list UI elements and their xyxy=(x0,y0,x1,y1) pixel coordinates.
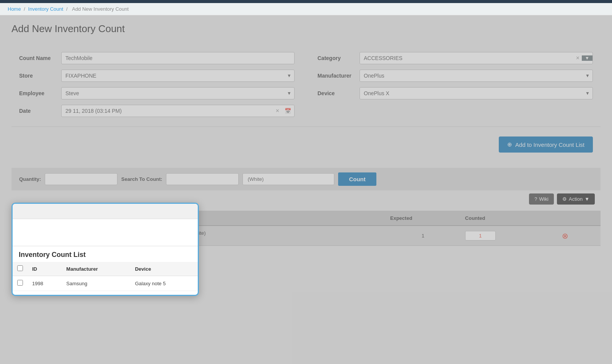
col-remove xyxy=(556,211,601,226)
date-row: Date × 📅 xyxy=(19,105,295,117)
plus-circle-icon: ⊕ xyxy=(507,141,512,148)
count-name-input[interactable] xyxy=(61,52,295,64)
dropdown-select-all[interactable] xyxy=(17,265,23,271)
dropdown-header-bar xyxy=(13,204,198,219)
row-counted-cell xyxy=(461,226,556,246)
search-to-count-input[interactable] xyxy=(166,173,239,185)
action-caret-icon: ▼ xyxy=(584,196,589,202)
dropdown-col-id: ID xyxy=(28,262,62,276)
breadcrumb-inventory-count[interactable]: Inventory Count xyxy=(28,6,63,12)
device-select-wrapper: OnePlus X ▼ xyxy=(360,87,593,99)
employee-select[interactable]: Steve xyxy=(61,87,295,99)
date-input-wrapper: × 📅 xyxy=(61,105,295,117)
breadcrumb: Home / Inventory Count / Add New Invento… xyxy=(0,3,612,15)
dropdown-col-device: Device xyxy=(130,262,198,276)
count-name-label: Count Name xyxy=(19,55,57,61)
top-nav-bar xyxy=(0,0,612,3)
category-caret-icon[interactable]: ▼ xyxy=(582,55,592,61)
dropdown-empty-space xyxy=(13,223,198,246)
date-label: Date xyxy=(19,108,57,114)
store-row: Store FIXAPHONE ▼ xyxy=(19,70,295,82)
dropdown-popup: Inventory Count List ID Manufacturer Dev… xyxy=(11,203,199,296)
device-select[interactable]: OnePlus X xyxy=(360,87,593,99)
dropdown-table-row: 1998 Samsung Galaxy note 5 xyxy=(13,276,198,291)
dropdown-row-checkbox-cell xyxy=(13,276,28,291)
dropdown-col-checkbox xyxy=(13,262,28,276)
count-name-row: Count Name xyxy=(19,52,295,64)
dropdown-col-manufacturer: Manufacturer xyxy=(62,262,130,276)
form-section: Count Name Store FIXAPHONE ▼ Employee xyxy=(11,44,601,164)
remove-row-button[interactable]: ⊗ xyxy=(560,231,570,240)
search-to-count-label: Search To Count: xyxy=(121,176,162,182)
device-display: (White) xyxy=(243,173,334,185)
breadcrumb-separator-1: / xyxy=(24,6,25,12)
search-section: Quantity: Search To Count: (White) Count xyxy=(11,168,601,190)
breadcrumb-home[interactable]: Home xyxy=(8,6,21,12)
device-label: Device xyxy=(317,90,356,96)
question-icon: ? xyxy=(534,196,537,202)
category-select[interactable]: ACCESSORIES xyxy=(360,52,574,64)
wiki-button[interactable]: ? Wiki xyxy=(529,193,554,205)
date-input[interactable] xyxy=(62,105,273,117)
manufacturer-label: Manufacturer xyxy=(317,73,356,79)
manufacturer-select[interactable]: OnePlus xyxy=(360,70,593,82)
form-left-column: Count Name Store FIXAPHONE ▼ Employee xyxy=(19,52,295,117)
add-to-inventory-button[interactable]: ⊕ Add to Inventory Count List xyxy=(499,136,593,153)
col-expected: Expected xyxy=(386,211,461,226)
form-right-column: Category ACCESSORIES × ▼ Manufacturer O xyxy=(317,52,593,117)
page-title: Add New Inventory Count xyxy=(11,23,601,35)
quantity-input[interactable] xyxy=(45,173,117,185)
store-select-wrapper: FIXAPHONE ▼ xyxy=(61,70,295,82)
category-label: Category xyxy=(317,55,356,61)
calendar-icon[interactable]: 📅 xyxy=(282,108,294,114)
category-clear-icon[interactable]: × xyxy=(574,55,582,61)
dropdown-table: ID Manufacturer Device 1998 Samsung Gala… xyxy=(13,262,198,291)
add-to-inventory-label: Add to Inventory Count List xyxy=(515,141,584,148)
category-row: Category ACCESSORIES × ▼ xyxy=(317,52,593,64)
dropdown-header-row: ID Manufacturer Device xyxy=(13,262,198,276)
quantity-label: Quantity: xyxy=(19,176,41,182)
dropdown-row-device: Galaxy note 5 xyxy=(130,276,198,291)
row-remove-cell: ⊗ xyxy=(556,226,601,246)
form-grid: Count Name Store FIXAPHONE ▼ Employee xyxy=(11,48,601,121)
count-button[interactable]: Count xyxy=(338,172,376,186)
dropdown-body: Inventory Count List ID Manufacturer Dev… xyxy=(13,219,198,295)
manufacturer-row: Manufacturer OnePlus ▼ xyxy=(317,70,593,82)
action-label: Action xyxy=(569,196,583,202)
form-actions: ⊕ Add to Inventory Count List xyxy=(11,133,601,156)
employee-select-wrapper: Steve ▼ xyxy=(61,87,295,99)
gear-icon: ⚙ xyxy=(562,196,567,202)
page-content: Add New Inventory Count Count Name Store… xyxy=(0,15,612,364)
dropdown-row-manufacturer: Samsung xyxy=(62,276,130,291)
device-row: Device OnePlus X ▼ xyxy=(317,87,593,99)
action-button[interactable]: ⚙ Action ▼ xyxy=(557,193,595,205)
date-clear-icon[interactable]: × xyxy=(273,107,282,114)
col-counted: Counted xyxy=(461,211,556,226)
wiki-label: Wiki xyxy=(539,196,549,202)
counted-input[interactable] xyxy=(465,231,496,240)
dropdown-row-checkbox[interactable] xyxy=(17,280,23,286)
manufacturer-select-wrapper: OnePlus ▼ xyxy=(360,70,593,82)
breadcrumb-current: Add New Inventory Count xyxy=(72,6,129,12)
employee-row: Employee Steve ▼ xyxy=(19,87,295,99)
employee-label: Employee xyxy=(19,90,57,96)
breadcrumb-separator-2: / xyxy=(66,6,68,12)
row-expected-cell: 1 xyxy=(386,226,461,246)
store-select[interactable]: FIXAPHONE xyxy=(61,70,295,82)
dropdown-section-title: Inventory Count List xyxy=(13,246,198,262)
category-select-wrapper: ACCESSORIES × ▼ xyxy=(360,52,593,64)
form-divider xyxy=(11,127,601,127)
store-label: Store xyxy=(19,73,57,79)
dropdown-row-id: 1998 xyxy=(28,276,62,291)
